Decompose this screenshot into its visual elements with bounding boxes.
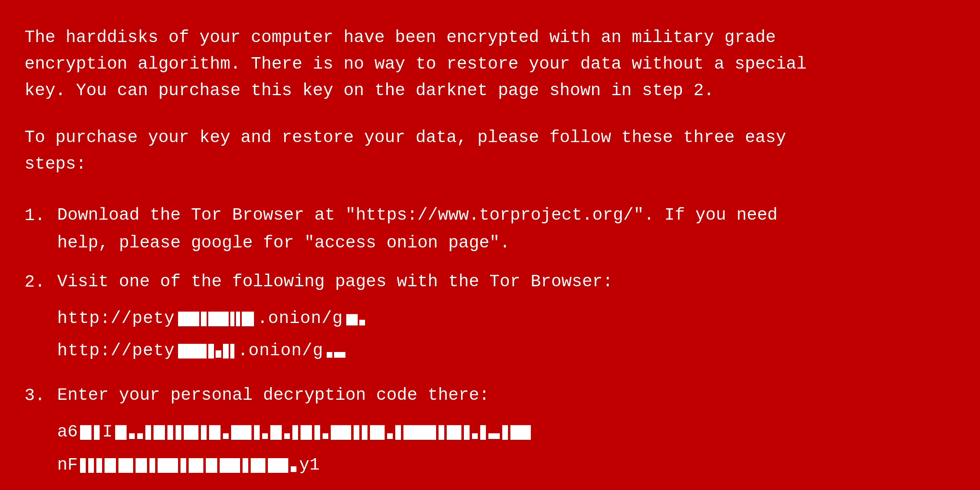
- url-redacted-suffix-1: [346, 312, 365, 325]
- code-char-1: I: [102, 418, 112, 447]
- code-suffix-2: y1: [299, 451, 319, 480]
- code-prefix-2: nF: [57, 451, 78, 480]
- url-line-1: http://pety .onion/g: [57, 304, 956, 333]
- url-prefix-2: http://pety: [57, 336, 175, 365]
- step-1: 1. Download the Tor Browser at "https://…: [24, 202, 956, 256]
- step-3: 3. Enter your personal decryption code t…: [24, 382, 956, 480]
- purchase-line2: steps:: [24, 151, 956, 178]
- url-block: http://pety .onion/g: [57, 304, 956, 366]
- url-line-2: http://pety .onion/g: [57, 336, 956, 365]
- url-redacted-2: [178, 344, 234, 359]
- intro-line3: key. You can purchase this key on the da…: [24, 78, 956, 104]
- step-1-line: 1. Download the Tor Browser at "https://…: [24, 202, 956, 229]
- step-2: 2. Visit one of the following pages with…: [24, 269, 956, 366]
- step-3-text: Enter your personal decryption code ther…: [57, 382, 490, 409]
- step-1-text: Download the Tor Browser at "https://www…: [57, 202, 777, 229]
- main-container: The harddisks of your computer have been…: [24, 24, 956, 490]
- intro-paragraph: The harddisks of your computer have been…: [24, 24, 956, 104]
- purchase-line1: To purchase your key and restore your da…: [24, 125, 956, 151]
- intro-line1: The harddisks of your computer have been…: [24, 24, 956, 51]
- url-suffix-2: .onion/g: [238, 336, 323, 365]
- intro-line2: encryption algorithm. There is no way to…: [24, 51, 956, 78]
- url-suffix-1: .onion/g: [257, 304, 343, 333]
- code-prefix-1: a6: [57, 418, 78, 447]
- step-2-line: 2. Visit one of the following pages with…: [24, 269, 956, 296]
- steps-container: 1. Download the Tor Browser at "https://…: [24, 202, 956, 480]
- step-1-number: 1.: [24, 202, 57, 229]
- code-block: a6 I: [57, 418, 956, 480]
- step-1-continuation: help, please google for "access onion pa…: [57, 230, 956, 256]
- step-2-number: 2.: [24, 269, 57, 296]
- code-line-1: a6 I: [57, 418, 956, 447]
- purchase-instruction: To purchase your key and restore your da…: [24, 125, 956, 178]
- url-prefix-1: http://pety: [57, 304, 175, 333]
- step-3-number: 3.: [24, 382, 57, 410]
- url-redacted-1: [178, 312, 254, 326]
- code-line-2: nF y1: [57, 451, 956, 480]
- step-2-text: Visit one of the following pages with th…: [57, 269, 613, 295]
- step-3-line: 3. Enter your personal decryption code t…: [24, 382, 956, 410]
- url-redacted-suffix-2: [327, 345, 345, 358]
